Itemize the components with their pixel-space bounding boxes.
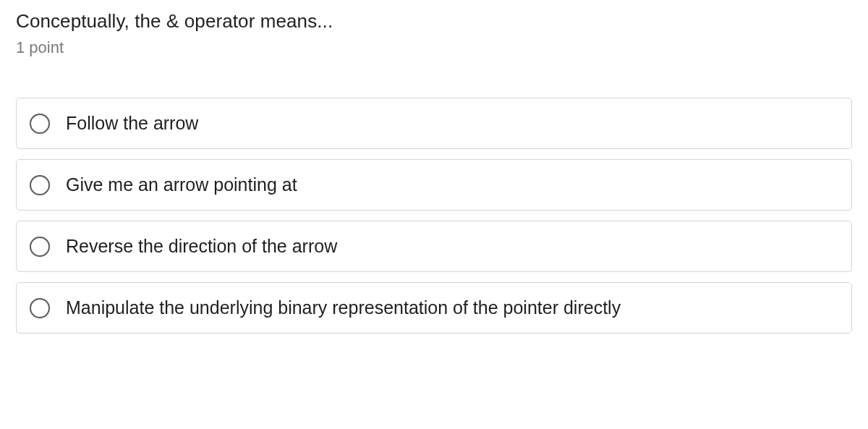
option-label: Reverse the direction of the arrow — [66, 236, 337, 257]
option-label: Follow the arrow — [66, 113, 198, 134]
option-row[interactable]: Give me an arrow pointing at — [16, 159, 852, 211]
option-label: Give me an arrow pointing at — [66, 174, 297, 195]
radio-icon[interactable] — [30, 298, 50, 318]
option-label: Manipulate the underlying binary represe… — [66, 297, 621, 318]
option-row[interactable]: Reverse the direction of the arrow — [16, 221, 852, 272]
radio-icon[interactable] — [30, 114, 50, 134]
radio-icon[interactable] — [30, 175, 50, 195]
option-row[interactable]: Follow the arrow — [16, 98, 852, 149]
options-list: Follow the arrow Give me an arrow pointi… — [16, 98, 852, 334]
radio-icon[interactable] — [30, 237, 50, 257]
question-points: 1 point — [16, 38, 852, 57]
question-title: Conceptually, the & operator means... — [16, 10, 852, 33]
option-row[interactable]: Manipulate the underlying binary represe… — [16, 282, 852, 334]
